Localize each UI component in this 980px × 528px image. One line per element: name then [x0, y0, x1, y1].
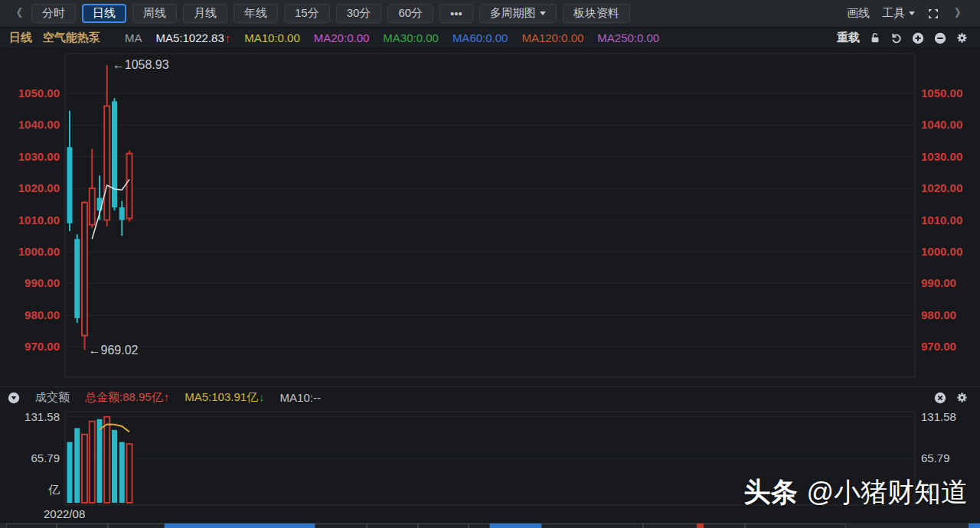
scrollbar-segment[interactable] — [367, 523, 418, 528]
svg-text:←1058.93: ←1058.93 — [113, 58, 169, 71]
watermark-handle: @小猪财知道 — [806, 477, 968, 507]
draw-line-button[interactable]: 画线 — [847, 6, 870, 21]
lock-open-icon[interactable] — [870, 32, 880, 44]
svg-text:65.79: 65.79 — [31, 451, 60, 464]
tools-menu-label: 工具 — [882, 6, 905, 21]
tab-30min[interactable]: 30分 — [336, 4, 382, 23]
scrollbar-segment[interactable] — [57, 523, 108, 528]
svg-text:131.58: 131.58 — [24, 410, 60, 423]
svg-text:1050.00: 1050.00 — [921, 86, 962, 99]
period-toolbar: 《 分时 日线 周线 月线 年线 15分 30分 60分 ••• 多周期图 板块… — [0, 0, 980, 28]
volume-pane-header: 成交额 总金额:88.95亿↑ MA5:103.91亿↓ MA10:-- — [0, 386, 980, 408]
chart-control-icons: 重载 — [837, 31, 971, 45]
scrollbar-segment[interactable] — [108, 523, 165, 528]
tab-daily[interactable]: 日线 — [82, 4, 126, 23]
tab-15min[interactable]: 15分 — [284, 4, 330, 23]
svg-text:970.00: 970.00 — [921, 340, 956, 353]
svg-text:131.58: 131.58 — [921, 410, 956, 423]
svg-text:1010.00: 1010.00 — [921, 213, 962, 227]
chevron-down-icon — [909, 11, 915, 15]
close-pane-icon[interactable] — [934, 392, 946, 404]
collapse-left-icon[interactable]: 《 — [8, 6, 25, 21]
scrollbar-segment[interactable] — [745, 523, 846, 528]
svg-text:1040.00: 1040.00 — [18, 118, 60, 131]
scrollbar-active-segment[interactable] — [490, 523, 541, 528]
tab-monthly[interactable]: 月线 — [183, 4, 227, 23]
scrollbar-active-segment[interactable] — [969, 523, 980, 528]
zoom-in-icon[interactable] — [912, 32, 924, 44]
ma5-text: MA5:1022.83 — [156, 31, 224, 44]
price-volume-chart-canvas[interactable]: 1050.001050.001040.001040.001030.001030.… — [0, 0, 980, 528]
settings-icon[interactable] — [956, 32, 968, 44]
watermark-brand: 头条 — [743, 477, 797, 507]
scrollbar-segment[interactable] — [315, 523, 367, 528]
ma10-value: MA10:0.00 — [244, 31, 300, 44]
down-arrow-icon: ↓ — [259, 390, 265, 403]
volume-ma5-text: MA5:103.91亿 — [185, 390, 258, 403]
svg-text:990.00: 990.00 — [921, 276, 956, 289]
fullscreen-icon[interactable] — [927, 8, 939, 20]
up-arrow-icon: ↑ — [164, 390, 170, 403]
ma120-value: MA120:0.00 — [521, 31, 583, 44]
multi-period-chart-button[interactable]: 多周期图 — [479, 4, 557, 23]
scrollbar-segment[interactable] — [541, 523, 643, 528]
volume-total-text: 总金额:88.95亿 — [85, 390, 163, 403]
svg-text:980.00: 980.00 — [24, 308, 60, 321]
ma5-value: MA5:1022.83↑ — [156, 31, 231, 44]
settings-icon[interactable] — [956, 392, 968, 403]
tools-menu-button[interactable]: 工具 — [882, 6, 915, 21]
volume-ma5-value: MA5:103.91亿↓ — [185, 390, 264, 405]
svg-text:65.79: 65.79 — [921, 451, 950, 464]
svg-text:970.00: 970.00 — [24, 340, 60, 353]
svg-text:1000.00: 1000.00 — [18, 245, 60, 258]
ma30-value: MA30:0.00 — [383, 31, 439, 44]
tab-weekly[interactable]: 周线 — [132, 4, 177, 23]
toolbar-right-group: 画线 工具 》 — [847, 6, 972, 21]
tab-60min[interactable]: 60分 — [387, 4, 433, 23]
collapse-pane-icon[interactable] — [8, 392, 20, 404]
period-label: 日线 — [9, 31, 32, 45]
scrollbar-segment[interactable] — [418, 523, 469, 528]
ma-group-label[interactable]: MA — [125, 31, 142, 44]
svg-text:1020.00: 1020.00 — [921, 181, 962, 194]
svg-text:亿: 亿 — [48, 483, 60, 496]
svg-text:2022/08: 2022/08 — [44, 507, 85, 520]
scrollbar-segment[interactable] — [643, 523, 745, 528]
volume-total-value: 总金额:88.95亿↑ — [85, 390, 169, 405]
volume-ma10-value: MA10:-- — [280, 391, 321, 404]
undo-icon[interactable] — [890, 32, 902, 44]
svg-text:990.00: 990.00 — [24, 276, 60, 289]
scrollbar-segment[interactable] — [469, 523, 490, 528]
svg-text:1020.00: 1020.00 — [18, 181, 60, 194]
ma20-value: MA20:0.00 — [314, 31, 370, 44]
zoom-out-icon[interactable] — [934, 32, 946, 44]
chevron-down-icon — [540, 11, 546, 15]
svg-text:1010.00: 1010.00 — [18, 213, 60, 227]
svg-text:←969.02: ←969.02 — [89, 344, 139, 357]
symbol-name[interactable]: 空气能热泵 — [43, 31, 100, 45]
ma250-value: MA250:0.00 — [597, 31, 659, 44]
bottom-scrollbar[interactable] — [0, 522, 980, 528]
svg-text:1030.00: 1030.00 — [18, 150, 60, 163]
stock-app-window: 《 分时 日线 周线 月线 年线 15分 30分 60分 ••• 多周期图 板块… — [0, 0, 980, 528]
tab-more-periods[interactable]: ••• — [439, 4, 473, 23]
period-tabs: 分时 日线 周线 月线 年线 15分 30分 60分 ••• 多周期图 板块资料 — [31, 4, 630, 23]
svg-text:1050.00: 1050.00 — [18, 86, 60, 99]
svg-text:1030.00: 1030.00 — [921, 150, 962, 163]
volume-pane-title[interactable]: 成交额 — [35, 390, 70, 405]
scrollbar-active-segment[interactable] — [165, 523, 315, 528]
reload-button[interactable]: 重载 — [837, 31, 860, 45]
tab-yearly[interactable]: 年线 — [234, 4, 278, 23]
svg-text:1040.00: 1040.00 — [921, 118, 962, 131]
volume-pane-icons — [934, 392, 972, 404]
svg-text:1000.00: 1000.00 — [921, 245, 962, 258]
up-arrow-icon: ↑ — [225, 31, 231, 44]
indicator-bar: 日线 空气能热泵 MA MA5:1022.83↑ MA10:0.00 MA20:… — [0, 28, 980, 47]
tab-minute-chart[interactable]: 分时 — [31, 4, 76, 23]
sector-info-button[interactable]: 板块资料 — [563, 4, 630, 23]
svg-text:980.00: 980.00 — [921, 308, 956, 321]
scrollbar-segment[interactable] — [6, 523, 57, 528]
multi-period-chart-label: 多周期图 — [490, 6, 536, 21]
watermark: 头条@小猪财知道 — [743, 474, 968, 510]
collapse-right-icon[interactable]: 》 — [952, 6, 969, 21]
